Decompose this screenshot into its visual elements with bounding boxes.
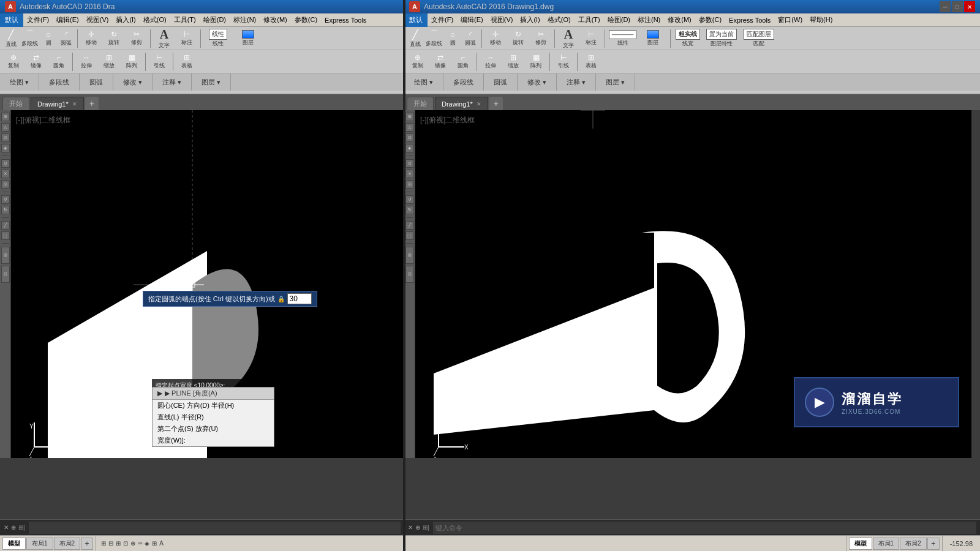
tab-new-right[interactable]: + xyxy=(489,97,503,110)
cmdline-search-btn[interactable]: ⊕ xyxy=(11,524,16,531)
status-annotation[interactable]: A xyxy=(159,540,164,547)
strip-btn-r3[interactable]: ⊡ xyxy=(405,133,414,142)
tool-rotate-r[interactable]: ↻ 旋转 xyxy=(507,29,529,48)
tool-layer-r[interactable]: 图层 xyxy=(638,29,668,48)
layout2-tab-right[interactable]: 布局2 xyxy=(900,538,927,550)
menu-edit-right[interactable]: 编辑(E) xyxy=(457,13,487,27)
strip-btn-r1[interactable]: ⊞ xyxy=(405,113,414,121)
model-tab-right[interactable]: 模型 xyxy=(849,538,872,550)
tool-arc[interactable]: ◜ 圆弧 xyxy=(58,28,75,48)
menu-view-right[interactable]: 视图(V) xyxy=(487,13,517,27)
menu-param-left[interactable]: 参数(C) xyxy=(291,13,321,27)
strip-btn-r13[interactable]: ⊟ xyxy=(405,266,414,283)
menu-modify-left[interactable]: 修改(M) xyxy=(260,13,291,27)
strip-btn-r4[interactable]: ◈ xyxy=(405,144,414,152)
menu-tools-right[interactable]: 工具(T) xyxy=(575,13,604,27)
tool-fillet[interactable]: ⌐ 圆角 xyxy=(48,52,70,71)
tool-circle[interactable]: ○ 圆 xyxy=(40,28,57,48)
status-selection[interactable]: ⊞ xyxy=(152,540,157,547)
tool-linetype-r[interactable]: ───── 线性 xyxy=(608,29,638,48)
menu-format-right[interactable]: 格式(O) xyxy=(544,13,575,27)
strip-btn-r7[interactable]: ◎ xyxy=(405,180,414,189)
add-layout-left[interactable]: + xyxy=(81,538,93,550)
tool-array-r[interactable]: ▦ 阵列 xyxy=(525,52,547,71)
strip-btn-r6[interactable]: ✕ xyxy=(405,170,414,178)
tool-table-r[interactable]: ⊞ 表格 xyxy=(580,52,602,71)
menu-file-right[interactable]: 文件(F) xyxy=(428,13,457,27)
strip-btn-r10[interactable]: ╱ xyxy=(405,221,414,230)
menu-dimension-left[interactable]: 标注(N) xyxy=(230,13,260,27)
tool-lineweight-r[interactable]: 粗实线 线宽 xyxy=(673,28,703,49)
tool-match-layer-r[interactable]: 匹配图层 匹配 xyxy=(741,28,777,49)
layout1-tab-right[interactable]: 布局1 xyxy=(873,538,900,550)
tool-current-layer-r[interactable]: 置为当前 图层特性 xyxy=(703,28,740,49)
status-lineweight[interactable]: ═ xyxy=(138,540,142,547)
tool-circle-r[interactable]: ○ 圆 xyxy=(444,28,461,48)
cmdline-input-right[interactable] xyxy=(433,522,976,534)
tab-drawing1-left[interactable]: Drawing1* ✕ xyxy=(31,97,84,110)
tool-linetype[interactable]: 线性 线性 xyxy=(203,28,233,49)
tool-mirror[interactable]: ⇄ 镜像 xyxy=(25,52,47,71)
tool-scale-r[interactable]: ⊞ 缩放 xyxy=(502,52,524,71)
strip-btn-r11[interactable]: ⬚ xyxy=(405,231,414,240)
tool-leader-r[interactable]: ⊢ 引线 xyxy=(552,52,575,71)
status-transparency[interactable]: ◈ xyxy=(145,540,149,547)
tool-dimension-r[interactable]: ⊢ 标注 xyxy=(580,29,602,48)
close-btn-right[interactable]: ✕ xyxy=(964,1,975,12)
model-tab-left[interactable]: 模型 xyxy=(2,538,26,550)
tool-move[interactable]: ✛ 移动 xyxy=(80,29,102,48)
cmdline-close-btn[interactable]: ✕ xyxy=(4,524,9,531)
tab-new-left[interactable]: + xyxy=(85,97,99,110)
tab-drawing1-right[interactable]: Drawing1* ✕ xyxy=(435,97,488,110)
tool-stretch[interactable]: ↔ 拉伸 xyxy=(75,52,97,71)
tool-copy[interactable]: ⊕ 复制 xyxy=(2,52,24,71)
tool-rotate[interactable]: ↻ 旋转 xyxy=(103,29,125,48)
tab-start-left[interactable]: 开始 xyxy=(2,97,29,110)
status-ortho[interactable]: ⊞ xyxy=(116,540,121,547)
tool-trim[interactable]: ✂ 修剪 xyxy=(126,29,148,48)
strip-btn-r5[interactable]: ⊙ xyxy=(405,159,414,168)
strip-btn-1[interactable]: ⊞ xyxy=(1,113,10,121)
tool-mirror-r[interactable]: ⇄ 镜像 xyxy=(429,52,451,71)
add-layout-right[interactable]: + xyxy=(927,538,940,550)
menu-insert-left[interactable]: 插入(I) xyxy=(112,13,139,27)
strip-btn-r12[interactable]: ⊞ xyxy=(405,247,414,264)
autocomplete-item-1[interactable]: 直线(L) 半径(R) xyxy=(153,411,274,423)
tool-stretch-r[interactable]: ↔ 拉伸 xyxy=(480,52,502,71)
strip-btn-12[interactable]: ⊞ xyxy=(1,247,10,264)
menu-draw-right[interactable]: 绘图(D) xyxy=(604,13,634,27)
menu-dimension-right[interactable]: 标注(N) xyxy=(634,13,664,27)
tool-polyline-r[interactable]: ⌒ 多段线 xyxy=(424,28,443,49)
menu-format-left[interactable]: 格式(O) xyxy=(140,13,170,27)
strip-btn-r2[interactable]: △ xyxy=(405,123,414,132)
menu-file-left[interactable]: 文件(F) xyxy=(23,13,53,27)
strip-btn-6[interactable]: ✕ xyxy=(1,170,10,178)
tool-text-r[interactable]: A 文字 xyxy=(557,27,579,50)
menu-edit-left[interactable]: 编辑(E) xyxy=(53,13,83,27)
minimize-btn-right[interactable]: ─ xyxy=(940,1,951,12)
tool-scale[interactable]: ⊞ 缩放 xyxy=(98,52,120,71)
menu-express-left[interactable]: Express Tools xyxy=(321,13,370,27)
tool-line[interactable]: ╱ 直线 xyxy=(2,28,20,50)
layout1-tab-left[interactable]: 布局1 xyxy=(26,538,53,550)
menu-help-right[interactable]: 帮助(H) xyxy=(806,13,836,27)
tooltip-input[interactable] xyxy=(287,293,312,304)
layout2-tab-left[interactable]: 布局2 xyxy=(54,538,81,550)
tool-trim-r[interactable]: ✂ 修剪 xyxy=(530,29,552,48)
status-osnap[interactable]: ⊕ xyxy=(130,540,135,547)
cmdline-close-btn-r[interactable]: ✕ xyxy=(408,524,413,531)
strip-btn-4[interactable]: ◈ xyxy=(1,144,10,152)
maximize-btn-right[interactable]: □ xyxy=(952,1,963,12)
autocomplete-item-3[interactable]: 宽度(W)]: xyxy=(153,435,274,446)
status-snap[interactable]: ⊞ xyxy=(101,540,106,547)
cmdline-search-btn-r[interactable]: ⊕ xyxy=(415,524,420,531)
menu-tools-left[interactable]: 工具(T) xyxy=(170,13,200,27)
tool-array[interactable]: ▦ 阵列 xyxy=(121,52,143,71)
strip-btn-8[interactable]: ↺ xyxy=(1,195,10,204)
strip-btn-10[interactable]: ╱ xyxy=(1,221,10,230)
menu-window-right[interactable]: 窗口(W) xyxy=(774,13,806,27)
tool-move-r[interactable]: ✛ 移动 xyxy=(484,29,507,48)
cmdline-input-left[interactable] xyxy=(29,522,401,534)
tool-arc-r[interactable]: ◜ 圆弧 xyxy=(462,28,479,48)
tool-table[interactable]: ⊞ 表格 xyxy=(176,52,198,71)
